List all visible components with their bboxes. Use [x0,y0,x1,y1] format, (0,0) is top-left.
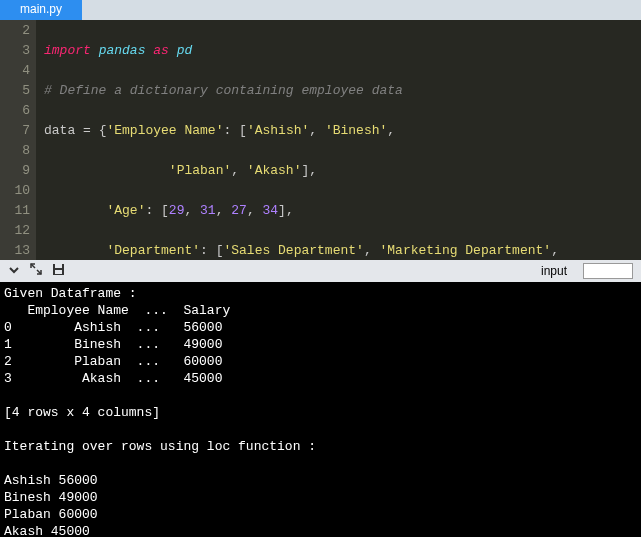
input-label: input [541,264,567,278]
line-number: 13 [10,241,30,260]
line-number: 10 [10,181,30,201]
console-output[interactable]: Given Dataframe : Employee Name ... Sala… [0,282,641,537]
input-field[interactable] [583,263,633,279]
line-number: 6 [10,101,30,121]
console-toolbar: input [0,260,641,282]
code-line: 'Plaban', 'Akash'], [44,161,641,181]
code-editor[interactable]: 2 3 4 5 6 7 8 9 10 11 12 13 import panda… [0,20,641,260]
code-area[interactable]: import pandas as pd # Define a dictionar… [36,20,641,260]
line-number: 4 [10,61,30,81]
line-number: 3 [10,41,30,61]
line-number: 5 [10,81,30,101]
code-line: import pandas as pd [44,41,641,61]
line-gutter: 2 3 4 5 6 7 8 9 10 11 12 13 [0,20,36,260]
svg-rect-2 [55,270,62,274]
code-line: data = {'Employee Name': ['Ashish', 'Bin… [44,121,641,141]
code-line: 'Age': [29, 31, 27, 34], [44,201,641,221]
collapse-icon[interactable] [8,263,20,279]
tab-main-py[interactable]: main.py [0,0,82,20]
code-line: # Define a dictionary containing employe… [44,81,641,101]
line-number: 12 [10,221,30,241]
svg-rect-1 [55,264,62,268]
save-icon[interactable] [52,263,65,280]
line-number: 11 [10,201,30,221]
line-number: 2 [10,21,30,41]
code-line: 'Department': ['Sales Department', 'Mark… [44,241,641,260]
line-number: 8 [10,141,30,161]
line-number: 9 [10,161,30,181]
tab-bar: main.py [0,0,641,20]
line-number: 7 [10,121,30,141]
fullscreen-icon[interactable] [30,263,42,279]
